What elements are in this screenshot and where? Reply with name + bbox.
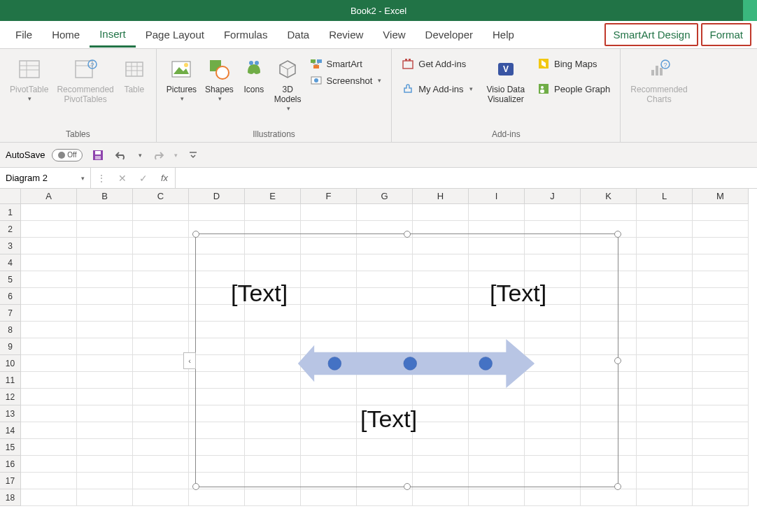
cell[interactable] — [133, 372, 189, 389]
row-header[interactable]: 7 — [0, 305, 21, 322]
cell[interactable] — [21, 322, 77, 338]
cell[interactable] — [469, 204, 525, 221]
select-all-corner[interactable] — [0, 189, 21, 204]
resize-handle[interactable] — [614, 483, 621, 490]
cell[interactable] — [77, 389, 133, 405]
cell[interactable] — [637, 422, 693, 439]
cell[interactable] — [77, 271, 133, 288]
cell[interactable] — [637, 204, 693, 221]
col-header[interactable]: J — [525, 189, 581, 204]
cell[interactable] — [21, 221, 77, 238]
cell[interactable] — [77, 204, 133, 221]
col-header[interactable]: D — [189, 189, 245, 204]
resize-handle[interactable] — [192, 231, 199, 238]
cell[interactable] — [21, 288, 77, 305]
cell[interactable] — [637, 221, 693, 238]
cell[interactable] — [77, 338, 133, 355]
col-header[interactable]: G — [357, 189, 413, 204]
resize-handle[interactable] — [192, 483, 199, 490]
row-header[interactable]: 17 — [0, 473, 21, 489]
cell[interactable] — [525, 489, 581, 506]
bing-maps-button[interactable]: Bing Maps — [535, 56, 613, 71]
cell[interactable] — [693, 305, 749, 322]
col-header[interactable]: H — [413, 189, 469, 204]
cell[interactable] — [133, 355, 189, 372]
smartart-text-1[interactable]: [Text] — [231, 280, 288, 307]
cell[interactable] — [693, 389, 749, 405]
tab-file[interactable]: File — [6, 23, 42, 46]
row-header[interactable]: 9 — [0, 338, 21, 355]
cell[interactable] — [301, 204, 357, 221]
smartart-text-2[interactable]: [Text] — [490, 280, 546, 307]
tab-insert[interactable]: Insert — [90, 22, 136, 48]
col-header[interactable]: A — [21, 189, 77, 204]
tab-view[interactable]: View — [373, 23, 415, 46]
smartart-node-2[interactable] — [404, 357, 417, 371]
cell[interactable] — [21, 254, 77, 271]
smartart-button[interactable]: SmartArt — [307, 56, 385, 71]
cell[interactable] — [133, 238, 189, 254]
cell[interactable] — [693, 338, 749, 355]
cell[interactable] — [245, 204, 301, 221]
cell[interactable] — [21, 473, 77, 489]
cell[interactable] — [133, 473, 189, 489]
cell[interactable] — [21, 389, 77, 405]
cell[interactable] — [77, 439, 133, 456]
cell[interactable] — [693, 355, 749, 372]
cell[interactable] — [77, 456, 133, 473]
tab-home[interactable]: Home — [42, 23, 90, 46]
cell[interactable] — [133, 221, 189, 238]
cell[interactable] — [637, 489, 693, 506]
tab-smartart-design[interactable]: SmartArt Design — [604, 23, 698, 46]
visio-visualizer-button[interactable]: V Visio Data Visualizer — [484, 53, 528, 106]
row-header[interactable]: 14 — [0, 422, 21, 439]
col-header[interactable]: E — [245, 189, 301, 204]
cell[interactable] — [21, 456, 77, 473]
row-header[interactable]: 8 — [0, 322, 21, 338]
cell[interactable] — [413, 204, 469, 221]
tab-review[interactable]: Review — [319, 23, 373, 46]
get-addins-button[interactable]: Get Add-ins — [399, 56, 475, 71]
row-header[interactable]: 16 — [0, 456, 21, 473]
redo-dropdown-icon[interactable]: ▾ — [174, 152, 178, 159]
tab-help[interactable]: Help — [483, 23, 524, 46]
cell[interactable] — [133, 405, 189, 422]
row-header[interactable]: 3 — [0, 238, 21, 254]
cell[interactable] — [693, 439, 749, 456]
cell[interactable] — [693, 238, 749, 254]
cell[interactable] — [77, 322, 133, 338]
cell[interactable] — [637, 389, 693, 405]
cell[interactable] — [21, 305, 77, 322]
cell[interactable] — [637, 439, 693, 456]
cell[interactable] — [133, 422, 189, 439]
cell[interactable] — [581, 489, 637, 506]
account-indicator[interactable] — [743, 0, 757, 21]
cell[interactable] — [21, 338, 77, 355]
cell[interactable] — [581, 204, 637, 221]
cell[interactable] — [77, 473, 133, 489]
cell[interactable] — [469, 489, 525, 506]
cell[interactable] — [21, 355, 77, 372]
cell[interactable] — [637, 271, 693, 288]
cell[interactable] — [245, 489, 301, 506]
smartart-object[interactable]: ‹ [Text] [Text] [Text] — [195, 233, 618, 487]
cell[interactable] — [693, 271, 749, 288]
row-header[interactable]: 5 — [0, 271, 21, 288]
cell[interactable] — [637, 254, 693, 271]
save-button[interactable] — [90, 147, 106, 164]
cell[interactable] — [77, 422, 133, 439]
cell[interactable] — [637, 288, 693, 305]
resize-handle[interactable] — [404, 231, 411, 238]
cell[interactable] — [21, 271, 77, 288]
enter-button[interactable]: ✓ — [133, 173, 154, 184]
tab-page-layout[interactable]: Page Layout — [136, 23, 214, 46]
row-header[interactable]: 2 — [0, 221, 21, 238]
recommended-pivottables-button[interactable]: ? Recommended PivotTables — [54, 53, 116, 106]
row-header[interactable]: 6 — [0, 288, 21, 305]
smartart-node-3[interactable] — [479, 357, 493, 371]
cell[interactable] — [21, 372, 77, 389]
cell[interactable] — [77, 288, 133, 305]
cell[interactable] — [525, 204, 581, 221]
pictures-button[interactable]: Pictures ▾ — [164, 53, 199, 103]
cell[interactable] — [77, 405, 133, 422]
